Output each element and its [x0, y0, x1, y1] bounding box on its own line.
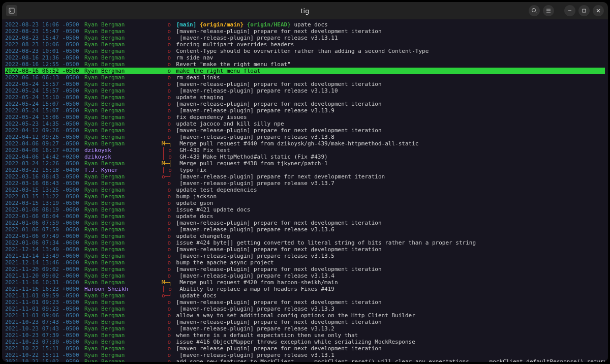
commit-row[interactable]: 2022-05-24 15:06 -0500Ryan Bergmano fix …	[5, 114, 605, 120]
commit-row[interactable]: 2021-10-22 15:02 -0500Ryan Bergmano add …	[5, 358, 605, 362]
commit-message: [maven-release-plugin] prepare for next …	[173, 266, 605, 272]
commit-row[interactable]: 2021-11-20 09:02 -0600Ryan Bergmano [mav…	[5, 272, 605, 279]
commit-row[interactable]: 2022-01-06 07:34 -0600Ryan Bergmano issu…	[5, 239, 605, 246]
commit-graph: o	[162, 107, 173, 114]
commit-row[interactable]: 2022-06-16 06:13 -0500Ryan Bergmano rm d…	[5, 74, 605, 81]
search-button[interactable]	[529, 5, 540, 16]
commit-row[interactable]: 2022-08-23 15:47 -0500Ryan Bergmano [mav…	[5, 35, 605, 41]
commit-row[interactable]: 2022-04-12 09:26 -0500Ryan Bergmano [mav…	[5, 127, 605, 134]
commit-author: Ryan Bergman	[84, 319, 162, 325]
svg-line-2	[535, 12, 537, 13]
new-tab-button[interactable]	[6, 5, 17, 16]
commit-row[interactable]: 2021-10-22 15:11 -0500Ryan Bergmano [mav…	[5, 345, 605, 352]
commit-log: 2022-08-23 16:06 -0500Ryan Bergmano [mai…	[5, 21, 605, 362]
commit-row[interactable]: 2021-11-01 09:06 -0500Ryan Bergmano allo…	[5, 312, 605, 319]
commit-row[interactable]: 2022-05-23 14:35 -0500Ryan Bergmano upda…	[5, 120, 605, 127]
commit-graph: o	[162, 253, 173, 259]
commit-graph: o	[162, 101, 173, 107]
commit-date: 2022-04-06 16:17 +0200	[5, 147, 84, 154]
commit-row[interactable]: 2022-01-06 07:59 -0600Ryan Bergmano [mav…	[5, 220, 605, 226]
commit-author: Ryan Bergman	[84, 213, 162, 220]
commit-row[interactable]: 2022-08-23 15:47 -0500Ryan Bergmano [mav…	[5, 28, 605, 35]
commit-row[interactable]: 2022-04-06 09:27 -0500Ryan BergmanM─┐ Me…	[5, 140, 605, 147]
commit-row[interactable]: 2021-10-22 15:11 -0500Ryan Bergmano [mav…	[5, 352, 605, 358]
commit-row[interactable]: 2022-03-15 13:19 -0500Ryan Bergmano upda…	[5, 200, 605, 206]
commit-row[interactable]: 2021-11-16 10:31 -0600Ryan BergmanM─┐ Me…	[5, 279, 605, 286]
maximize-button[interactable]	[578, 5, 590, 16]
commit-date: 2021-11-16 10:31 -0600	[5, 279, 84, 286]
commit-row[interactable]: 2022-08-16 21:36 -0500Ryan Bergmano rm s…	[5, 54, 605, 61]
commit-row[interactable]: 2021-11-16 16:23 +0000Haroon Sheikh│ o A…	[5, 286, 605, 292]
commit-author: Ryan Bergman	[84, 120, 162, 127]
terminal-viewport[interactable]: 2022-08-23 16:06 -0500Ryan Bergmano [mai…	[2, 19, 608, 362]
commit-author: Ryan Bergman	[84, 114, 162, 120]
commit-row[interactable]: 2022-08-16 06:52 -0500Ryan Bergmano make…	[5, 68, 605, 74]
commit-row[interactable]: 2021-10-23 07:39 -0500Ryan Bergmano when…	[5, 332, 605, 339]
commit-author: Ryan Bergman	[84, 306, 162, 312]
commit-date: 2022-01-06 08:19 -0600	[5, 206, 84, 213]
commit-row[interactable]: 2021-12-14 13:46 -0600Ryan Bergmano bump…	[5, 259, 605, 266]
commit-graph: o	[162, 332, 173, 339]
commit-graph: o	[162, 226, 173, 233]
commit-row[interactable]: 2022-03-15 13:25 -0500Ryan Bergmano upda…	[5, 187, 605, 193]
commit-author: Ryan Bergman	[84, 81, 162, 87]
commit-message: [maven-release-plugin] prepare release v…	[173, 272, 605, 279]
commit-row[interactable]: 2021-10-23 07:43 -0500Ryan Bergmano [mav…	[5, 325, 605, 332]
commit-row[interactable]: 2022-01-06 07:49 -0600Ryan Bergmano upda…	[5, 233, 605, 239]
commit-author: Ryan Bergman	[84, 220, 162, 226]
commit-row[interactable]: 2022-08-23 10:01 -0500Ryan Bergmano Cont…	[5, 48, 605, 54]
commit-date: 2022-05-24 15:06 -0500	[5, 114, 84, 120]
commit-date: 2021-11-20 09:02 -0600	[5, 272, 84, 279]
commit-row[interactable]: 2022-03-15 13:22 -0500Ryan Bergmano bump…	[5, 193, 605, 200]
commit-message: issue #424 byte[] getting converted to l…	[173, 239, 605, 246]
commit-row[interactable]: 2022-05-24 15:57 -0500Ryan Bergmano [mav…	[5, 87, 605, 94]
commit-row[interactable]: 2021-11-01 09:23 -0500Ryan Bergmano [mav…	[5, 306, 605, 312]
commit-row[interactable]: 2021-12-14 13:49 -0600Ryan Bergmano [mav…	[5, 246, 605, 253]
commit-message: [maven-release-plugin] prepare release v…	[173, 180, 605, 187]
menu-button[interactable]	[543, 5, 554, 16]
minimize-button[interactable]	[564, 5, 575, 16]
commit-row[interactable]: 2022-04-06 14:42 +0200dzikoysk│ o GH-439…	[5, 154, 605, 160]
commit-date: 2021-12-14 13:49 -0600	[5, 253, 84, 259]
svg-point-1	[532, 9, 536, 12]
commit-row[interactable]: 2021-11-01 09:23 -0500Ryan Bergmano [mav…	[5, 299, 605, 306]
commit-row[interactable]: 2022-05-24 15:57 -0500Ryan Bergmano [mav…	[5, 81, 605, 87]
commit-row[interactable]: 2021-12-14 13:49 -0600Ryan Bergmano [mav…	[5, 253, 605, 259]
commit-author: Ryan Bergman	[84, 226, 162, 233]
commit-row[interactable]: 2022-01-06 08:19 -0600Ryan Bergmano issu…	[5, 206, 605, 213]
commit-row[interactable]: 2022-05-24 15:07 -0500Ryan Bergmano [mav…	[5, 107, 605, 114]
commit-row[interactable]: 2022-04-12 09:26 -0500Ryan Bergmano [mav…	[5, 134, 605, 140]
commit-author: Ryan Bergman	[84, 193, 162, 200]
commit-author: Ryan Bergman	[84, 140, 162, 147]
commit-message: [maven-release-plugin] prepare for next …	[173, 319, 605, 325]
commit-row[interactable]: 2022-08-16 12:55 -0500Ryan Bergmano Reve…	[5, 61, 605, 68]
commit-row[interactable]: 2022-05-24 15:10 -0500Ryan Bergmano upda…	[5, 94, 605, 101]
commit-row[interactable]: 2022-03-16 08:43 -0500Ryan Bergmano [mav…	[5, 180, 605, 187]
commit-row[interactable]: 2022-08-23 10:06 -0500Ryan Bergmano forc…	[5, 41, 605, 48]
commit-row[interactable]: 2021-11-20 09:02 -0600Ryan Bergmano [mav…	[5, 266, 605, 272]
commit-row[interactable]: 2021-10-23 07:30 -0500Ryan Bergmano issu…	[5, 339, 605, 345]
close-button[interactable]	[593, 5, 604, 16]
commit-message: update docs	[173, 213, 605, 220]
commit-date: 2022-04-12 09:26 -0500	[5, 134, 84, 140]
commit-message: [maven-release-plugin] prepare for next …	[173, 127, 605, 134]
commit-row[interactable]: 2022-01-06 08:04 -0600Ryan Bergmano upda…	[5, 213, 605, 220]
commit-author: Ryan Bergman	[84, 94, 162, 101]
commit-author: Ryan Bergman	[84, 41, 162, 48]
commit-row[interactable]: 2022-05-24 15:07 -0500Ryan Bergmano [mav…	[5, 101, 605, 107]
commit-message: rm side nav	[173, 54, 605, 61]
commit-message: [maven-release-plugin] prepare for next …	[173, 173, 605, 180]
commit-row[interactable]: 2022-03-22 15:18 -0400T.J. Kyner│ o typo…	[5, 167, 605, 173]
commit-row[interactable]: 2022-03-16 08:43 -0500Ryan Bergmano─┘ [m…	[5, 173, 605, 180]
commit-date: 2022-03-16 08:43 -0500	[5, 180, 84, 187]
commit-message: [maven-release-plugin] prepare for next …	[173, 299, 605, 306]
commit-row[interactable]: 2022-04-06 16:17 +0200dzikoysk│ o GH-439…	[5, 147, 605, 154]
commit-row[interactable]: 2022-03-24 12:26 -0500Ryan BergmanM─┤ Me…	[5, 160, 605, 167]
commit-date: 2022-05-24 15:57 -0500	[5, 87, 84, 94]
commit-row[interactable]: 2022-01-06 07:59 -0600Ryan Bergmano [mav…	[5, 226, 605, 233]
commit-author: Ryan Bergman	[84, 253, 162, 259]
commit-row[interactable]: 2021-11-01 09:59 -0500Ryan Bergmano─┘ up…	[5, 292, 605, 299]
commit-author: Ryan Bergman	[84, 292, 162, 299]
commit-row[interactable]: 2021-10-23 07:43 -0500Ryan Bergmano [mav…	[5, 319, 605, 325]
commit-row[interactable]: 2022-08-23 16:06 -0500Ryan Bergmano [mai…	[5, 21, 605, 28]
